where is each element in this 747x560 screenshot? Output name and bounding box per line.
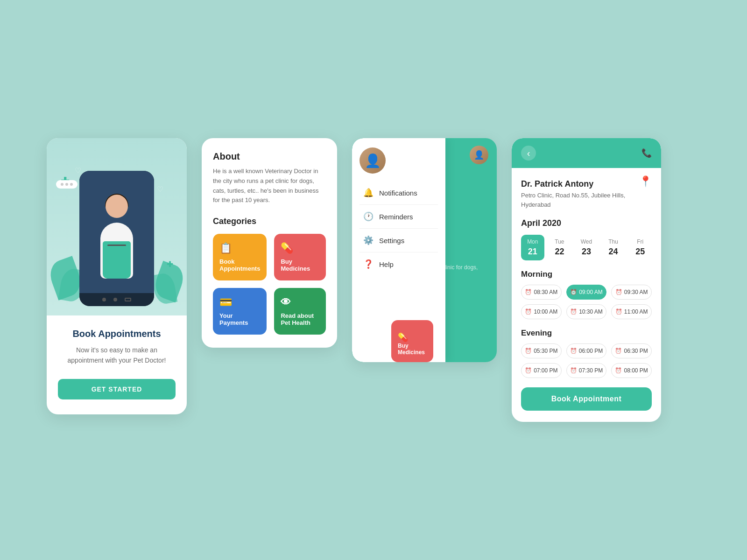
time-slot-1100am[interactable]: ⏰ 11:00 AM <box>611 304 652 319</box>
doctor-address: Petro Clinic, Road No.55, Jubilee Hills,… <box>521 191 639 209</box>
category-buy-medicines[interactable]: 💊 Buy Medicines <box>274 234 326 280</box>
category-label: Book Appointments <box>219 258 260 272</box>
phone-button[interactable]: 📞 <box>641 148 652 158</box>
profile-card: 👤 🔔 Notifications 🕐 Reminders ⚙️ Setting… <box>352 138 497 362</box>
nav-item-settings[interactable]: ⚙️ Settings <box>359 229 438 252</box>
morning-time-grid: ⏰ 08:30 AM ⏰ 09:00 AM ⏰ 09:30 AM ⏰ 10:00… <box>521 285 652 319</box>
settings-icon: ⚙️ <box>363 235 374 245</box>
time-slot-700pm[interactable]: ⏰ 07:00 PM <box>521 363 562 378</box>
buy-medicines-card[interactable]: 💊 Buy Medicines <box>391 320 433 362</box>
circle-icon <box>113 298 117 301</box>
pet-health-icon: 👁 <box>281 296 319 308</box>
time-label: 08:30 AM <box>534 289 557 295</box>
day-number: 23 <box>577 247 596 257</box>
clock-icon: ⏰ <box>570 308 577 315</box>
categories-grid: 📋 Book Appointments 💊 Buy Medicines 💳 Yo… <box>213 234 326 335</box>
get-started-button[interactable]: GET STARTED <box>58 379 176 399</box>
evening-section-title: Evening <box>521 329 652 338</box>
notifications-icon: 🔔 <box>363 188 374 198</box>
drawer-avatar-area: 👤 <box>359 147 438 174</box>
about-section: About He is a well known Veterinary Doct… <box>213 151 326 205</box>
clock-icon: ⏰ <box>525 308 532 315</box>
time-label: 08:00 PM <box>624 367 648 374</box>
card1-title: Book Appointments <box>58 329 176 339</box>
appointment-card: ‹ 📞 Dr. Patrick Antony Petro Clinic, Roa… <box>512 138 661 422</box>
drawer-avatar: 👤 <box>359 147 386 174</box>
time-slot-900am[interactable]: ⏰ 09:00 AM <box>566 285 607 300</box>
nav-item-notifications[interactable]: 🔔 Notifications <box>359 181 438 205</box>
evening-time-grid: ⏰ 05:30 PM ⏰ 06:00 PM ⏰ 06:30 PM ⏰ 07:00… <box>521 343 652 378</box>
heart-icon: ♡ <box>157 185 163 194</box>
doctor-head <box>106 195 128 218</box>
calendar-day-fri[interactable]: Fri 25 <box>628 235 652 260</box>
location-pin-icon[interactable]: 📍 <box>639 175 652 188</box>
nav-menu: 🔔 Notifications 🕐 Reminders ⚙️ Settings … <box>359 181 438 276</box>
profile-card-wrapper: 👤 🔔 Notifications 🕐 Reminders ⚙️ Setting… <box>352 138 497 362</box>
time-slot-630pm[interactable]: ⏰ 06:30 PM <box>611 343 652 358</box>
time-slot-600pm[interactable]: ⏰ 06:00 PM <box>566 343 607 358</box>
time-label: 07:30 PM <box>579 367 603 374</box>
time-label: 05:30 PM <box>534 348 557 354</box>
calendar-day-mon[interactable]: Mon 21 <box>521 235 544 260</box>
day-name: Tue <box>550 238 570 245</box>
nav-item-reminders[interactable]: 🕐 Reminders <box>359 205 438 229</box>
doctor-info: Dr. Patrick Antony Petro Clinic, Road No… <box>521 179 652 218</box>
time-slot-1000am[interactable]: ⏰ 10:00 AM <box>521 304 562 319</box>
calendar-day-wed[interactable]: Wed 23 <box>575 235 598 260</box>
back-button[interactable]: ‹ <box>521 146 536 161</box>
calendar-day-thu[interactable]: Thu 24 <box>602 235 625 260</box>
reminders-icon: 🕐 <box>363 211 374 222</box>
categories-section: Categories 📋 Book Appointments 💊 Buy Med… <box>213 217 326 335</box>
avatar-image: 👤 <box>470 146 488 164</box>
time-slot-930am[interactable]: ⏰ 09:30 AM <box>611 285 652 300</box>
chat-bubble <box>56 180 78 189</box>
nav-label: Notifications <box>379 189 417 197</box>
day-number: 25 <box>630 247 650 257</box>
category-book-appointments[interactable]: 📋 Book Appointments <box>213 234 267 280</box>
main-container: ✚ ✚ ♡ ♡ <box>47 138 700 422</box>
calendar-day-tue[interactable]: Tue 22 <box>548 235 571 260</box>
clock-icon: ⏰ <box>615 308 622 315</box>
time-label: 10:30 AM <box>579 308 603 315</box>
day-name: Wed <box>577 238 596 245</box>
category-pet-health[interactable]: 👁 Read about Pet Health <box>274 288 326 335</box>
about-title: About <box>213 151 326 162</box>
help-icon: ❓ <box>363 259 374 269</box>
nav-label: Help <box>379 260 394 268</box>
intro-card: ✚ ✚ ♡ ♡ <box>47 138 187 414</box>
navigation-drawer: 👤 🔔 Notifications 🕐 Reminders ⚙️ Setting… <box>352 138 445 362</box>
day-number: 24 <box>604 247 623 257</box>
category-label: Buy Medicines <box>281 258 319 272</box>
header-avatar[interactable]: 👤 <box>470 146 488 164</box>
phone-screen <box>79 171 154 293</box>
time-slot-530pm[interactable]: ⏰ 05:30 PM <box>521 343 562 358</box>
categories-title: Categories <box>213 217 326 226</box>
category-payments[interactable]: 💳 Your Payments <box>213 288 267 335</box>
book-appointment-button[interactable]: Book Appointment <box>521 387 652 411</box>
stethoscope <box>107 245 126 246</box>
home-icon <box>102 298 106 301</box>
buy-medicines-label: Buy Medicines <box>398 343 427 356</box>
about-text: He is a well known Veterinary Doctor in … <box>213 167 326 205</box>
day-number: 21 <box>523 247 543 257</box>
medicines-icon: 💊 <box>398 332 427 343</box>
time-label: 06:30 PM <box>624 348 648 354</box>
clock-icon: ⏰ <box>525 348 532 354</box>
time-slot-800pm[interactable]: ⏰ 08:00 PM <box>611 363 652 378</box>
nav-label: Reminders <box>379 213 413 221</box>
card1-description: Now it's so easy to make an appointment … <box>58 345 176 366</box>
time-slot-1030am[interactable]: ⏰ 10:30 AM <box>566 304 607 319</box>
time-slot-830am[interactable]: ⏰ 08:30 AM <box>521 285 562 300</box>
time-label: 06:00 PM <box>579 348 603 354</box>
clock-icon: ⏰ <box>570 348 577 354</box>
day-name: Mon <box>523 238 543 245</box>
time-slot-730pm[interactable]: ⏰ 07:30 PM <box>566 363 607 378</box>
clock-icon: ⏰ <box>615 367 622 374</box>
time-label: 11:00 AM <box>624 308 648 315</box>
payments-icon: 💳 <box>219 296 260 308</box>
morning-section-title: Morning <box>521 270 652 279</box>
nav-item-help[interactable]: ❓ Help <box>359 252 438 276</box>
clock-icon: ⏰ <box>615 289 622 295</box>
appointment-body: Dr. Patrick Antony Petro Clinic, Road No… <box>512 168 661 422</box>
day-name: Fri <box>630 238 650 245</box>
